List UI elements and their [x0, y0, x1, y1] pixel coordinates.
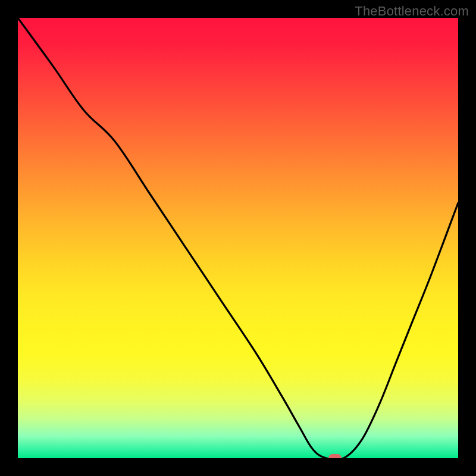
plot-area [18, 18, 458, 458]
watermark-text: TheBottleneck.com [355, 4, 469, 19]
bottleneck-curve [18, 18, 458, 458]
optimal-marker [328, 454, 342, 458]
